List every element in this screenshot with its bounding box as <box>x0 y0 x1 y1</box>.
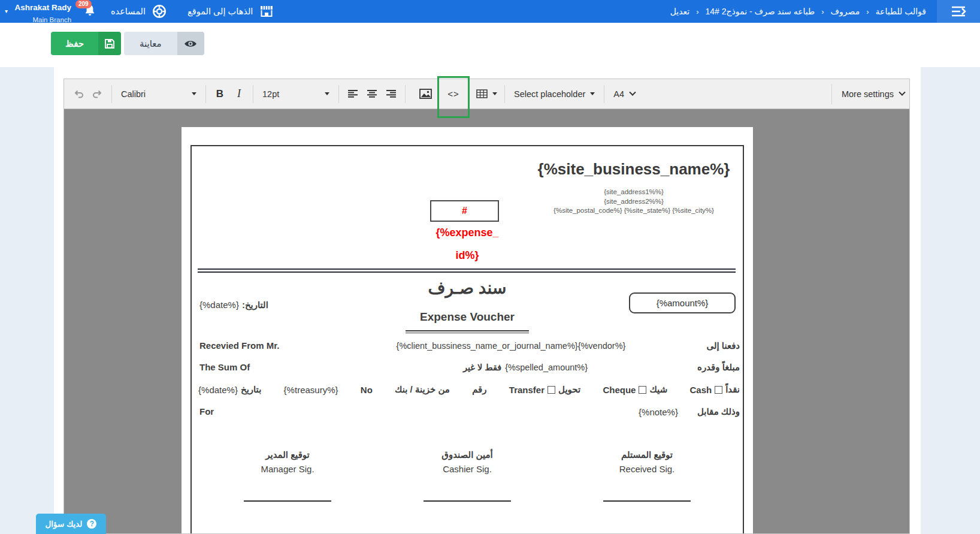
toolbar-separator <box>111 85 112 103</box>
business-name-placeholder: {%site_business_name%} <box>505 160 763 179</box>
sidebar-toggle-button[interactable] <box>937 0 980 23</box>
have-a-question-button[interactable]: ? لديك سؤال <box>36 514 106 534</box>
cash-label-ar: نقداً <box>725 384 740 395</box>
chevron-down-icon <box>899 89 905 95</box>
align-center-icon <box>367 89 377 98</box>
bold-icon: B <box>216 88 223 100</box>
transfer-label-en: Transfer <box>509 385 545 395</box>
amount-label-ar: مبلغاً وقدره <box>697 362 740 373</box>
expense-id-placeholder-line2: id%} <box>404 249 530 262</box>
received-from-placeholder: {%client_bussiness_name_or_journal_name%… <box>331 341 691 351</box>
paid-to-label-ar: دفعنا إلى <box>706 340 740 351</box>
user-menu[interactable]: ▾ Ashrakat Rady Main Branch <box>5 1 71 25</box>
caret-down-icon <box>325 92 329 95</box>
cheque-label-en: Cheque <box>603 385 636 395</box>
address-line-1: {site_address1%%} <box>505 188 763 197</box>
italic-button[interactable]: I <box>229 84 249 104</box>
insert-image-button[interactable] <box>416 84 435 104</box>
spelled-amount-placeholder: {%spelled_amount%} <box>505 363 588 372</box>
notifications-button[interactable]: 209 <box>83 4 98 19</box>
font-size-value: 12pt <box>262 89 279 99</box>
breadcrumb-item-template-name[interactable]: طباعه سند صرف - نموذج2 #14 <box>706 7 815 16</box>
lifebuoy-icon <box>152 4 167 19</box>
signature-manager-en: Manager Sig. <box>228 464 347 474</box>
table-icon <box>476 89 488 98</box>
signature-cashier-ar: أمين الصندوق <box>407 449 527 460</box>
breadcrumb-item-templates[interactable]: قوالب للطباعة <box>876 7 926 16</box>
user-name: Ashrakat Rady <box>14 3 71 12</box>
address-line-3: {%site_postal_code%} {%site_state%} {%si… <box>505 206 763 216</box>
for-group: وذلك مقابل {%note%} <box>639 406 740 417</box>
font-family-select[interactable]: Calibri <box>116 84 201 104</box>
title-underline <box>406 330 529 333</box>
preview-button[interactable]: معاينة <box>124 32 204 55</box>
preview-label: معاينة <box>124 32 177 55</box>
cash-option: نقداً Cash <box>690 384 740 395</box>
undo-button[interactable] <box>69 84 88 104</box>
editor-toolbar: Calibri B I 12pt <box>63 79 910 109</box>
signature-line <box>244 500 331 502</box>
page-action-bar: حفظ معاينة <box>0 23 980 67</box>
note-placeholder: {%note%} <box>639 407 678 417</box>
amount-placeholder: {%amount%} <box>657 298 709 308</box>
double-rule <box>198 268 736 273</box>
on-date-label-ar: بتاريخ <box>241 384 261 395</box>
more-settings-button[interactable]: More settings <box>831 84 905 104</box>
cheque-checkbox <box>639 386 646 394</box>
voucher-page[interactable]: {%site_business_name%} {site_address1%%}… <box>182 127 753 534</box>
expense-id-placeholder-line1: {%expense_ <box>404 227 530 239</box>
breadcrumb-item-edit[interactable]: تعديل <box>670 7 690 16</box>
storefront-icon <box>259 4 274 19</box>
go-to-site-button[interactable]: الذهاب إلى الموقع <box>187 0 274 23</box>
signature-received: توقيع المستلم Received Sig. <box>587 449 707 474</box>
on-date-group: بتاريخ {%date%} <box>198 384 261 395</box>
spelled-amount-group: {%spelled_amount%} فقط لا غير <box>421 363 630 372</box>
signature-manager-ar: توقيع المدير <box>228 449 347 460</box>
redo-button[interactable] <box>88 84 107 104</box>
breadcrumb-separator: ‹ <box>696 7 698 16</box>
italic-icon: I <box>237 88 241 100</box>
signature-line <box>603 500 691 502</box>
toolbar-separator <box>504 85 505 103</box>
help-label: المساعده <box>111 7 146 16</box>
address-block: {site_address1%%} {site_address2%%} {%si… <box>505 188 763 216</box>
sidebar-toggle-icon <box>950 4 967 19</box>
for-label-ar: وذلك مقابل <box>697 406 740 417</box>
caret-down-icon <box>590 92 595 95</box>
chevron-down-icon <box>629 89 636 95</box>
more-settings-label: More settings <box>842 89 894 99</box>
payment-method-row: نقداً Cash شيك Cheque تحويل Transfer <box>198 384 740 395</box>
for-label: For <box>199 406 214 417</box>
align-center-button[interactable] <box>362 84 382 104</box>
table-button[interactable] <box>473 84 500 104</box>
signature-manager: توقيع المدير Manager Sig. <box>228 449 347 474</box>
amount-box: {%amount%} <box>629 292 736 313</box>
font-family-value: Calibri <box>121 89 146 99</box>
select-placeholder-dropdown[interactable]: Select placeholder <box>509 84 600 104</box>
cash-label-en: Cash <box>690 385 712 395</box>
page-size-select[interactable]: A4 <box>609 84 640 104</box>
breadcrumb-separator: ‹ <box>821 7 824 16</box>
breadcrumb-item-expense[interactable]: مصروف <box>831 7 860 16</box>
toolbar-separator <box>253 85 253 103</box>
caret-down-icon <box>192 92 196 95</box>
bold-button[interactable]: B <box>210 84 229 104</box>
align-right-button[interactable] <box>382 84 401 104</box>
align-left-button[interactable] <box>343 84 362 104</box>
notifications-badge: 209 <box>75 0 92 8</box>
help-button[interactable]: المساعده <box>111 0 167 23</box>
page-size-value: A4 <box>613 89 624 99</box>
save-button[interactable]: حفظ <box>51 32 121 55</box>
toolbar-separator <box>405 85 406 103</box>
font-size-select[interactable]: 12pt <box>258 84 334 104</box>
voucher-title-arabic: سند صـرف <box>407 278 527 298</box>
top-navbar: ▾ Ashrakat Rady Main Branch 209 المساعده… <box>0 0 980 23</box>
toolbar-separator <box>205 85 206 103</box>
chevron-down-icon: ▾ <box>5 8 8 14</box>
toolbar-separator <box>604 85 604 103</box>
source-code-button[interactable]: <> <box>440 84 467 104</box>
received-from-label: Recevied From Mr. <box>199 340 279 351</box>
signature-line <box>424 500 511 502</box>
cash-checkbox <box>715 386 722 394</box>
user-branch: Main Branch <box>32 16 71 23</box>
